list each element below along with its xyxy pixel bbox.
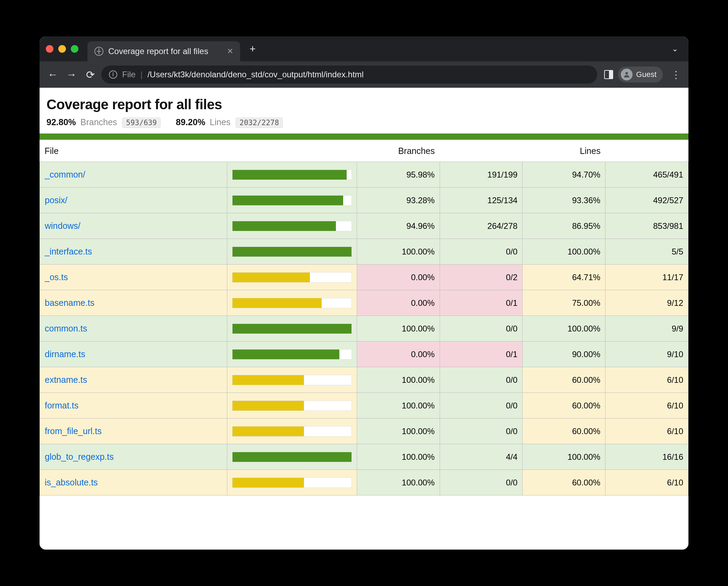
branches-pct-cell: 100.00% xyxy=(357,367,440,393)
branches-pct-cell: 100.00% xyxy=(357,393,440,419)
branches-pct-cell: 100.00% xyxy=(357,470,440,495)
table-row: dirname.ts0.00%0/190.00%9/10 xyxy=(40,342,688,367)
lines-pct-cell: 60.00% xyxy=(523,419,606,444)
maximize-window-button[interactable] xyxy=(71,45,78,53)
table-row: windows/94.96%264/27886.95%853/981 xyxy=(40,213,688,239)
coverage-summary: 92.80% Branches 593/639 89.20% Lines 203… xyxy=(46,117,682,127)
file-link[interactable]: posix/ xyxy=(45,195,67,205)
coverage-bar-fill xyxy=(232,375,304,385)
lines-pct: 89.20% xyxy=(176,117,205,127)
table-row: basename.ts0.00%0/175.00%9/12 xyxy=(40,290,688,316)
reload-button[interactable]: ⟳ xyxy=(83,67,98,82)
file-cell: from_file_url.ts xyxy=(40,419,227,444)
lines-pct-cell: 60.00% xyxy=(523,470,606,495)
toolbar: ← → ⟳ i File | /Users/kt3k/denoland/deno… xyxy=(40,61,688,88)
table-row: posix/93.28%125/13493.36%492/527 xyxy=(40,188,688,213)
file-link[interactable]: _os.ts xyxy=(45,272,68,282)
lines-pct-cell: 60.00% xyxy=(523,393,606,419)
table-row: extname.ts100.00%0/060.00%6/10 xyxy=(40,367,688,393)
coverage-bar-fill xyxy=(232,298,322,308)
coverage-bar-cell xyxy=(227,393,357,419)
file-link[interactable]: basename.ts xyxy=(45,298,94,308)
browser-window: Coverage report for all files ✕ + ⌄ ← → … xyxy=(40,36,688,550)
branches-pct-cell: 100.00% xyxy=(357,239,440,265)
coverage-bar xyxy=(232,349,352,360)
file-link[interactable]: format.ts xyxy=(45,400,78,410)
branches-pct-cell: 100.00% xyxy=(357,419,440,444)
branches-frac-cell: 0/2 xyxy=(440,265,523,290)
menu-button[interactable]: ⋮ xyxy=(668,69,683,80)
profile-button[interactable]: Guest xyxy=(618,67,663,83)
coverage-bar-fill xyxy=(232,324,352,334)
lines-pct-cell: 94.70% xyxy=(523,162,606,188)
coverage-bar-cell xyxy=(227,213,357,239)
lines-pct-cell: 60.00% xyxy=(523,367,606,393)
file-cell: format.ts xyxy=(40,393,227,419)
browser-tab[interactable]: Coverage report for all files ✕ xyxy=(87,41,240,61)
coverage-bar-cell xyxy=(227,239,357,265)
lines-frac-cell: 465/491 xyxy=(606,162,688,188)
close-tab-icon[interactable]: ✕ xyxy=(227,47,233,56)
table-row: _os.ts0.00%0/264.71%11/17 xyxy=(40,265,688,290)
col-file[interactable]: File xyxy=(40,140,227,162)
close-window-button[interactable] xyxy=(46,45,53,53)
file-link[interactable]: dirname.ts xyxy=(45,349,85,359)
coverage-bar-fill xyxy=(232,196,343,205)
branches-frac-cell: 0/0 xyxy=(440,419,523,444)
file-link[interactable]: _interface.ts xyxy=(45,247,92,256)
col-branches-frac xyxy=(440,140,523,162)
site-info-icon[interactable]: i xyxy=(109,70,117,79)
forward-button[interactable]: → xyxy=(64,67,79,82)
table-row: from_file_url.ts100.00%0/060.00%6/10 xyxy=(40,419,688,444)
file-cell: common.ts xyxy=(40,316,227,342)
summary-lines: 89.20% Lines 2032/2278 xyxy=(176,117,283,127)
coverage-bar-cell xyxy=(227,265,357,290)
file-link[interactable]: is_absolute.ts xyxy=(45,477,98,487)
minimize-window-button[interactable] xyxy=(58,45,66,53)
coverage-bar-fill xyxy=(232,170,347,180)
col-branches[interactable]: Branches xyxy=(357,140,440,162)
side-panel-icon[interactable] xyxy=(604,70,613,79)
new-tab-button[interactable]: + xyxy=(246,42,260,56)
globe-icon xyxy=(94,47,103,56)
lines-fraction-badge: 2032/2278 xyxy=(236,118,283,128)
coverage-bar-fill xyxy=(232,426,304,436)
lines-frac-cell: 6/10 xyxy=(606,419,688,444)
lines-frac-cell: 9/12 xyxy=(606,290,688,316)
file-link[interactable]: glob_to_regexp.ts xyxy=(45,452,114,462)
back-button[interactable]: ← xyxy=(45,67,60,82)
window-controls xyxy=(46,45,78,53)
lines-pct-cell: 100.00% xyxy=(523,316,606,342)
file-link[interactable]: _common/ xyxy=(45,170,85,179)
lines-pct-cell: 86.95% xyxy=(523,213,606,239)
coverage-bar xyxy=(232,298,352,308)
coverage-bar-fill xyxy=(232,478,304,488)
lines-frac-cell: 16/16 xyxy=(606,444,688,470)
address-bar[interactable]: i File | /Users/kt3k/denoland/deno_std/c… xyxy=(101,66,597,84)
coverage-bar-fill xyxy=(232,350,340,359)
file-link[interactable]: from_file_url.ts xyxy=(45,426,102,436)
lines-frac-cell: 5/5 xyxy=(606,239,688,265)
branches-pct: 92.80% xyxy=(46,117,76,127)
url-scheme: File xyxy=(122,70,136,79)
tabs-menu-button[interactable]: ⌄ xyxy=(668,44,682,53)
coverage-bar xyxy=(232,221,352,231)
file-link[interactable]: extname.ts xyxy=(45,375,87,385)
url-path: /Users/kt3k/denoland/deno_std/cov_output… xyxy=(147,70,364,79)
branches-frac-cell: 0/0 xyxy=(440,239,523,265)
header-divider xyxy=(40,133,688,140)
lines-frac-cell: 11/17 xyxy=(606,265,688,290)
lines-pct-cell: 90.00% xyxy=(523,342,606,367)
branches-pct-cell: 94.96% xyxy=(357,213,440,239)
col-lines[interactable]: Lines xyxy=(523,140,606,162)
branches-frac-cell: 0/0 xyxy=(440,367,523,393)
branches-frac-cell: 0/0 xyxy=(440,393,523,419)
file-link[interactable]: windows/ xyxy=(45,221,81,231)
summary-branches: 92.80% Branches 593/639 xyxy=(46,117,161,127)
file-cell: glob_to_regexp.ts xyxy=(40,444,227,470)
coverage-bar-cell xyxy=(227,419,357,444)
file-cell: dirname.ts xyxy=(40,342,227,367)
branches-pct-cell: 0.00% xyxy=(357,342,440,367)
file-link[interactable]: common.ts xyxy=(45,324,87,333)
coverage-bar-fill xyxy=(232,221,336,231)
